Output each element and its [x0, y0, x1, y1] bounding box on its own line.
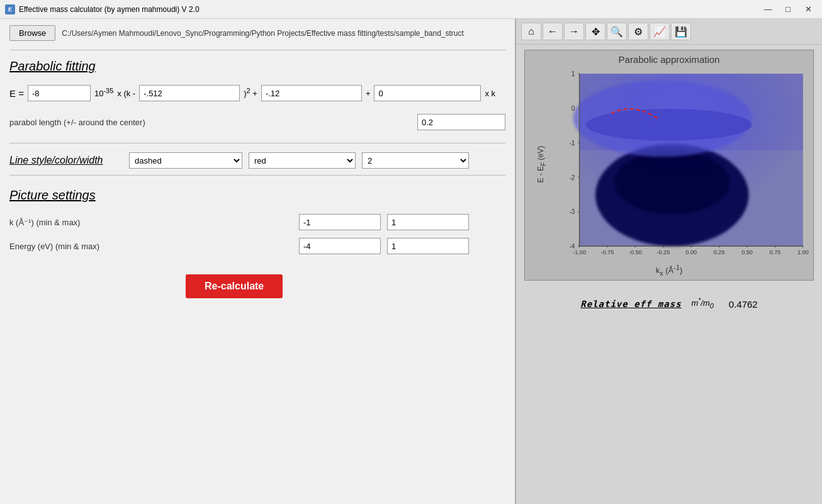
power-label: 10-35 — [94, 89, 113, 98]
svg-text:-2: -2 — [569, 174, 575, 181]
y-axis-label-container: E - EF (eV) — [529, 159, 554, 169]
eq-label: E = — [9, 88, 24, 99]
k0-input[interactable] — [139, 85, 240, 101]
left-panel: Browse C:/Users/Aymen Mahmoudi/Lenovo_Sy… — [0, 19, 516, 504]
energy-range-row: Energy (eV) (min & max) — [9, 238, 505, 254]
browse-button[interactable]: Browse — [9, 25, 55, 41]
config-toolbar-btn[interactable]: ⚙ — [628, 23, 648, 40]
divider-1 — [9, 50, 505, 50]
energy-range-label: Energy (eV) (min & max) — [9, 242, 299, 251]
svg-text:1: 1 — [571, 70, 575, 77]
coeff-c-input[interactable] — [374, 85, 481, 101]
svg-text:0.50: 0.50 — [741, 249, 753, 255]
svg-text:0: 0 — [571, 105, 575, 112]
eff-mass-label: Relative eff mass — [580, 299, 681, 309]
svg-text:-1: -1 — [569, 140, 575, 147]
window-title: Effective mass calculator (by aymen mahm… — [19, 5, 200, 14]
file-row: Browse C:/Users/Aymen Mahmoudi/Lenovo_Sy… — [9, 25, 505, 41]
picture-section: Picture settings k (Å⁻¹) (min & max) Ene… — [9, 188, 505, 298]
equation-row: E = 10-35 x (k - )2 + + x k — [9, 85, 505, 101]
eff-mass-formula: m*/m0 — [692, 298, 714, 310]
recalculate-button[interactable]: Re-calculate — [186, 274, 283, 298]
picture-section-title: Picture settings — [9, 188, 505, 203]
svg-text:-0.50: -0.50 — [629, 249, 642, 255]
svg-text:-0.25: -0.25 — [656, 249, 670, 255]
main-layout: Browse C:/Users/Aymen Mahmoudi/Lenovo_Sy… — [0, 19, 822, 504]
coeff-b-input[interactable] — [261, 85, 362, 101]
plot-toolbar: ⌂ ← → ✥ 🔍 ⚙ 📈 💾 — [516, 19, 822, 45]
maximize-button[interactable]: □ — [779, 3, 797, 16]
band-structure-chart: 1 0 -1 -2 -3 -4 — [554, 67, 809, 259]
minimize-button[interactable]: — — [759, 3, 777, 16]
zoom-toolbar-btn[interactable]: 🔍 — [607, 23, 627, 40]
times-k2-label: x k — [485, 89, 495, 98]
close-button[interactable]: ✕ — [799, 3, 817, 16]
y-axis-label: E - EF (eV) — [536, 145, 546, 182]
eff-mass-section: Relative eff mass m*/m0 0.4762 — [570, 293, 767, 315]
times-k-label: x (k - — [117, 89, 135, 98]
line-style-label: Line style/color/width — [9, 155, 123, 166]
divider-3 — [9, 175, 505, 176]
title-bar-left: E Effective mass calculator (by aymen ma… — [5, 4, 200, 14]
svg-text:-0.75: -0.75 — [601, 249, 614, 255]
forward-toolbar-btn[interactable]: → — [564, 23, 584, 40]
parabol-length-input[interactable] — [417, 114, 505, 130]
plot-title: Parabolic approximation — [529, 54, 809, 65]
divider-2 — [9, 143, 505, 143]
energy-max-input[interactable] — [387, 238, 469, 254]
svg-text:0.25: 0.25 — [714, 249, 725, 255]
plot-container: Parabolic approximation E - EF (eV) — [524, 50, 814, 281]
home-toolbar-btn[interactable]: ⌂ — [521, 23, 541, 40]
plus-label: + — [366, 89, 371, 98]
pan-toolbar-btn[interactable]: ✥ — [585, 23, 605, 40]
eff-mass-value: 0.4762 — [729, 299, 758, 310]
k-range-label: k (Å⁻¹) (min & max) — [9, 218, 299, 227]
svg-text:0.75: 0.75 — [770, 249, 781, 255]
right-panel: ⌂ ← → ✥ 🔍 ⚙ 📈 💾 Parabolic approximation … — [516, 19, 822, 504]
svg-point-3 — [614, 150, 729, 215]
exponent-label: -35 — [103, 86, 113, 94]
line-width-select[interactable]: 1 2 3 4 5 — [362, 152, 469, 169]
svg-text:0.00: 0.00 — [685, 249, 697, 255]
k-min-input[interactable] — [299, 214, 381, 230]
line-style-select[interactable]: dashed solid dotted dashdot — [129, 152, 242, 169]
line-style-row: Line style/color/width dashed solid dott… — [9, 152, 505, 169]
parabol-length-row: parabol length (+/- around the center) — [9, 114, 505, 130]
line-color-select[interactable]: red blue green black white cyan magenta … — [249, 152, 356, 169]
energy-min-input[interactable] — [299, 238, 381, 254]
parabolic-section-title: Parabolic fitting — [9, 59, 505, 74]
back-toolbar-btn[interactable]: ← — [543, 23, 563, 40]
svg-text:1.00: 1.00 — [797, 249, 809, 255]
k-max-input[interactable] — [387, 214, 469, 230]
k-range-row: k (Å⁻¹) (min & max) — [9, 214, 505, 230]
svg-text:-3: -3 — [569, 208, 575, 215]
title-bar-controls: — □ ✕ — [759, 3, 817, 16]
x-axis-label: kx (Å-1) — [529, 264, 809, 277]
plot-area: Parabolic approximation E - EF (eV) — [516, 45, 822, 504]
app-icon: E — [5, 4, 15, 14]
title-bar: E Effective mass calculator (by aymen ma… — [0, 0, 822, 19]
file-path: C:/Users/Aymen Mahmoudi/Lenovo_Sync/Prog… — [62, 29, 505, 38]
coeff-a-input[interactable] — [28, 85, 91, 101]
svg-text:-1.00: -1.00 — [573, 249, 586, 255]
line-toolbar-btn[interactable]: 📈 — [650, 23, 670, 40]
squared-label: )2 + — [244, 89, 257, 98]
parabol-length-label: parabol length (+/- around the center) — [9, 118, 145, 127]
save-toolbar-btn[interactable]: 💾 — [671, 23, 691, 40]
